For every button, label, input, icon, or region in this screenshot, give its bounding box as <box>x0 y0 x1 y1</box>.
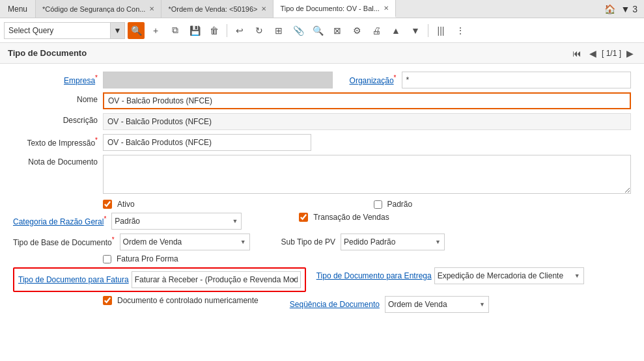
nota-documento-label: Nota de Documento <box>13 155 98 167</box>
categoria-razao-select[interactable]: Padrão <box>111 213 242 230</box>
sequencia-doc-field: Seqüência de Documento Ordem de Venda <box>264 296 489 313</box>
descricao-field <box>103 113 631 130</box>
tab-ordem[interactable]: *Ordem de Venda: <50196> ✕ <box>161 0 273 18</box>
print-button[interactable]: 🖨 <box>368 22 385 39</box>
refresh-button[interactable]: ↻ <box>251 22 268 39</box>
form-area: Empresa* Organização* Nome Descrição Tex… <box>0 64 644 361</box>
tipo-doc-row: Tipo de Documento para Fatura Faturar à … <box>13 267 631 292</box>
nome-label: Nome <box>13 92 98 104</box>
ativo-padrao-row: Ativo Padrão <box>13 200 631 209</box>
page-title: Tipo de Documento <box>8 48 570 58</box>
sub-tipo-pv-label: Sub Tipo de PV <box>281 237 335 247</box>
nav-prev-button[interactable]: ◀ <box>587 47 599 60</box>
categoria-razao-label[interactable]: Categoria de Razão Geral <box>13 217 104 226</box>
nota-documento-textarea[interactable] <box>103 155 631 194</box>
empresa-input[interactable] <box>103 72 333 88</box>
barcode-button[interactable]: ||| <box>432 22 449 39</box>
nav-controls: ⏮ ◀ [ 1/1 ] ▶ <box>570 47 636 60</box>
home-icon[interactable]: 🏠 <box>604 4 615 14</box>
descricao-row: Descrição <box>13 113 631 130</box>
tipo-doc-fatura-label[interactable]: Tipo de Documento para Fatura <box>18 275 129 284</box>
search-button[interactable]: 🔍 <box>128 22 145 39</box>
tipo-doc-fatura-section: Tipo de Documento para Fatura Faturar à … <box>13 267 306 292</box>
copy-button[interactable]: ⧉ <box>167 22 184 39</box>
page-header: Tipo de Documento ⏮ ◀ [ 1/1 ] ▶ <box>0 43 644 64</box>
transacao-vendas-label: Transação de Vendas <box>313 213 389 222</box>
fatura-pro-forma-label: Fatura Pro Forma <box>117 254 178 263</box>
empresa-row: Empresa* Organização* <box>13 72 631 88</box>
nome-field <box>103 92 631 109</box>
add-button[interactable]: + <box>147 22 164 39</box>
padrao-checkbox[interactable] <box>374 200 382 209</box>
organizacao-input[interactable] <box>402 72 632 88</box>
tipo-doc-entrega-select[interactable]: Expedição de Mercadoria de Cliente <box>434 267 584 284</box>
nome-row: Nome <box>13 92 631 109</box>
tab-bar: Menu *Código de Segurança do Con... ✕ *O… <box>0 0 644 18</box>
tipo-base-select[interactable]: Ordem de Venda <box>120 234 250 250</box>
ativo-label: Ativo <box>117 200 135 209</box>
attach-button[interactable]: 📎 <box>290 22 307 39</box>
toolbar: Select Query ▼ 🔍 + ⧉ 💾 🗑 ↩ ↻ ⊞ 📎 🔍 ⊠ ⚙ 🖨… <box>0 18 644 43</box>
separator2 <box>428 24 428 37</box>
up-button[interactable]: ▲ <box>387 22 404 39</box>
organizacao-label[interactable]: Organização <box>350 76 394 85</box>
settings-button[interactable]: ⚙ <box>348 22 365 39</box>
tab-tipo-documento[interactable]: Tipo de Documento: OV - Bal... ✕ <box>273 0 395 18</box>
tab-label: *Ordem de Venda: <50196> <box>168 5 257 13</box>
texto-impressao-field <box>103 134 311 151</box>
tab-close-icon[interactable]: ✕ <box>149 5 154 12</box>
nome-input[interactable] <box>103 92 631 109</box>
nav-first-button[interactable]: ⏮ <box>570 47 584 60</box>
view-button[interactable]: ⊠ <box>329 22 346 39</box>
tipo-doc-entrega-field: Expedição de Mercadoria de Cliente <box>434 267 584 284</box>
empresa-label[interactable]: Empresa <box>64 76 95 85</box>
select-query-text: Select Query <box>5 26 110 35</box>
tab-close-icon[interactable]: ✕ <box>261 5 266 12</box>
undo-button[interactable]: ↩ <box>231 22 248 39</box>
categoria-razao-field: Padrão <box>111 213 242 230</box>
fatura-pro-forma-checkbox[interactable] <box>103 255 111 263</box>
padrao-label: Padrão <box>387 200 413 209</box>
zoom-button[interactable]: 🔍 <box>309 22 326 39</box>
doc-controlado-label: Documento é controlado numericamente <box>117 296 259 305</box>
tipo-doc-entrega-label[interactable]: Tipo de Documento para Entrega <box>316 271 432 280</box>
nota-documento-field <box>103 155 631 196</box>
separator <box>227 24 227 37</box>
tipo-doc-entrega-section: Tipo de Documento para Entrega Expedição… <box>316 267 584 284</box>
tab-label: *Código de Segurança do Con... <box>42 5 145 13</box>
fatura-pro-forma-field: Fatura Pro Forma <box>103 254 178 263</box>
texto-impressao-input[interactable] <box>103 134 311 151</box>
tab-codigo[interactable]: *Código de Segurança do Con... ✕ <box>36 0 161 18</box>
tab-close-icon[interactable]: ✕ <box>384 5 389 12</box>
tipo-doc-fatura-select[interactable]: Faturar à Receber - (Produção e Revenda … <box>132 271 301 288</box>
padrao-field: Padrão <box>366 200 632 209</box>
windows-count: ▼ 3 <box>621 4 637 14</box>
menu-button[interactable]: Menu <box>0 0 36 18</box>
sub-tipo-pv-field: Sub Tipo de PV Pedido Padrão <box>255 234 631 250</box>
down-button[interactable]: ▼ <box>407 22 424 39</box>
grid-button[interactable]: ⊞ <box>270 22 287 39</box>
sequencia-doc-select[interactable]: Ordem de Venda <box>385 296 489 313</box>
ativo-field: Ativo <box>103 200 361 209</box>
select-query-dropdown[interactable]: ▼ <box>110 23 124 38</box>
descricao-input[interactable] <box>103 113 631 130</box>
doc-controlado-checkbox[interactable] <box>103 296 112 305</box>
sequencia-doc-select-wrapper: Ordem de Venda <box>385 296 489 313</box>
sub-tipo-pv-select-wrapper: Pedido Padrão <box>341 234 445 250</box>
organizacao-field <box>402 72 632 88</box>
transacao-vendas-checkbox[interactable] <box>299 213 308 222</box>
save-button[interactable]: 💾 <box>186 22 203 39</box>
nav-next-button[interactable]: ▶ <box>624 47 636 60</box>
ativo-checkbox[interactable] <box>103 200 112 209</box>
delete-button[interactable]: 🗑 <box>206 22 223 39</box>
nota-documento-row: Nota de Documento <box>13 155 631 196</box>
nav-page-info: [ 1/1 ] <box>602 49 621 58</box>
tipo-base-label: Tipo de Base de Documento <box>13 238 112 247</box>
fatura-pro-forma-row: Fatura Pro Forma <box>13 254 631 263</box>
more-button[interactable]: ⋮ <box>452 22 469 39</box>
sub-tipo-pv-select[interactable]: Pedido Padrão <box>341 234 445 250</box>
transacao-vendas-field: Transação de Vendas <box>247 213 631 222</box>
sequencia-doc-label[interactable]: Seqüência de Documento <box>290 300 380 309</box>
window-controls: 🏠 ▼ 3 <box>598 4 644 14</box>
doc-controlado-field: Documento é controlado numericamente <box>103 296 259 305</box>
